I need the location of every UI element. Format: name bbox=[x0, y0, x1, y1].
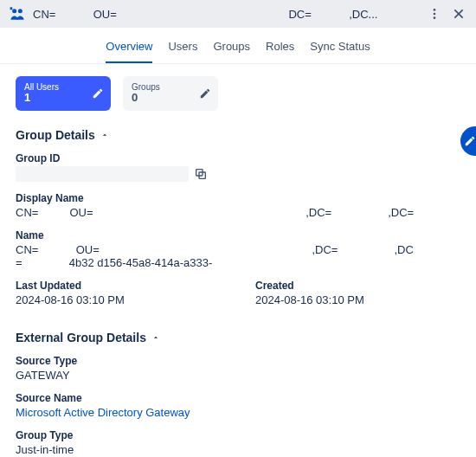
group-icon bbox=[9, 5, 26, 23]
created-value: 2024-08-16 03:10 PM bbox=[255, 293, 460, 306]
panel-header: CN= OU= DC= ,DC... bbox=[0, 0, 476, 28]
tab-overview[interactable]: Overview bbox=[106, 40, 152, 63]
copy-button[interactable] bbox=[194, 167, 208, 181]
svg-point-1 bbox=[18, 9, 23, 13]
pencil-icon bbox=[92, 87, 104, 100]
card-all-users[interactable]: All Users 1 bbox=[16, 76, 111, 111]
group-id-label: Group ID bbox=[16, 152, 460, 164]
summary-cards: All Users 1 Groups 0 bbox=[0, 64, 476, 123]
source-type-label: Source Type bbox=[16, 355, 460, 367]
pencil-icon bbox=[464, 135, 476, 147]
last-updated-label: Last Updated bbox=[16, 280, 221, 292]
svg-point-2 bbox=[434, 9, 436, 11]
chevron-up-icon bbox=[151, 333, 160, 342]
tab-bar: Overview Users Groups Roles Sync Status bbox=[0, 28, 476, 64]
card-groups-value: 0 bbox=[132, 92, 160, 104]
section-external-group-details-title: External Group Details bbox=[16, 331, 146, 344]
source-type-value: GATEWAY bbox=[16, 369, 460, 382]
svg-point-0 bbox=[12, 9, 16, 13]
source-name-link[interactable]: Microsoft Active Directory Gateway bbox=[16, 406, 460, 419]
tab-roles[interactable]: Roles bbox=[266, 40, 294, 63]
pencil-icon bbox=[199, 87, 211, 100]
svg-point-3 bbox=[434, 13, 436, 16]
more-menu-button[interactable] bbox=[426, 5, 443, 23]
chevron-up-icon bbox=[100, 131, 109, 139]
tab-users[interactable]: Users bbox=[168, 40, 197, 63]
tab-sync-status[interactable]: Sync Status bbox=[310, 40, 370, 63]
svg-point-4 bbox=[434, 16, 436, 19]
display-name-value: CN= OU= ,DC= ,DC= bbox=[16, 206, 460, 219]
section-external-group-details-header[interactable]: External Group Details bbox=[16, 331, 460, 344]
source-name-label: Source Name bbox=[16, 392, 460, 404]
section-group-details-header[interactable]: Group Details bbox=[16, 128, 460, 142]
last-updated-value: 2024-08-16 03:10 PM bbox=[16, 293, 221, 306]
copy-icon bbox=[194, 167, 208, 181]
group-id-value bbox=[16, 166, 189, 182]
card-all-users-value: 1 bbox=[24, 92, 59, 104]
tab-groups[interactable]: Groups bbox=[213, 40, 250, 63]
display-name-label: Display Name bbox=[16, 192, 460, 204]
section-group-details-title: Group Details bbox=[16, 128, 95, 142]
close-button[interactable] bbox=[450, 5, 467, 23]
content-area: Group Details Group ID Display Name CN= … bbox=[0, 123, 476, 457]
name-value: CN= OU= ,DC= ,DC= 4b32 d156-45a8-414a-a3… bbox=[16, 243, 460, 269]
group-type-value: Just-in-time bbox=[16, 443, 460, 456]
panel-title: CN= OU= DC= ,DC... bbox=[33, 8, 419, 21]
name-label: Name bbox=[16, 229, 460, 241]
group-type-label: Group Type bbox=[16, 429, 460, 441]
created-label: Created bbox=[255, 280, 460, 292]
card-groups[interactable]: Groups 0 bbox=[123, 76, 218, 111]
